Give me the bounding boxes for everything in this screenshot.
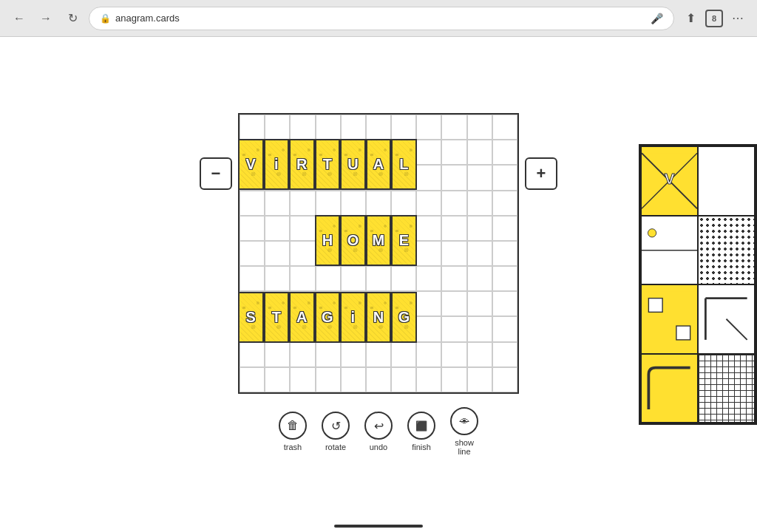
undo-icon: ↩ xyxy=(364,412,393,440)
grid-cell xyxy=(492,115,517,140)
tile-l: L xyxy=(391,139,417,190)
grid-cell xyxy=(366,342,391,367)
tab-count[interactable]: 8 xyxy=(705,10,723,27)
grid-cell xyxy=(441,216,466,241)
grid-cell xyxy=(492,241,517,266)
grid-cell xyxy=(441,342,466,367)
grid-cell xyxy=(391,115,416,140)
preview-svg-5 xyxy=(642,285,697,353)
svg-text:V: V xyxy=(665,170,675,187)
grid-cell xyxy=(441,115,466,140)
trash-label: trash xyxy=(284,443,302,451)
tile-g: G xyxy=(315,292,341,343)
preview-cell-3 xyxy=(641,216,698,285)
toolbar: 🗑 trash ↺ rotate ↩ undo ⬛ finish 👁 showl… xyxy=(279,407,478,456)
menu-button[interactable]: ⋯ xyxy=(727,8,748,29)
grid-cell xyxy=(391,191,416,216)
svg-rect-8 xyxy=(648,299,662,313)
grid-cell xyxy=(341,191,366,216)
tile-t2: T xyxy=(264,292,290,343)
mic-button[interactable]: 🎤 xyxy=(651,13,663,24)
rotate-tool[interactable]: ↺ rotate xyxy=(322,412,350,451)
grid-cell xyxy=(492,367,517,392)
preview-svg-7 xyxy=(642,355,697,423)
grid-cell xyxy=(441,191,466,216)
preview-cell-5 xyxy=(641,284,698,354)
refresh-button[interactable]: ↻ xyxy=(62,8,83,29)
main-content: − V i R T U A L H xyxy=(0,37,757,532)
trash-icon: 🗑 xyxy=(279,412,307,440)
grid-cell xyxy=(366,191,391,216)
grid-cell xyxy=(265,342,290,367)
address-bar[interactable]: 🔒 anagram.cards 🎤 xyxy=(89,7,674,30)
grid-cell xyxy=(416,342,441,367)
tile-o: O xyxy=(340,215,366,266)
grid-cell xyxy=(441,367,466,392)
grid-cell xyxy=(391,342,416,367)
forward-button[interactable]: → xyxy=(35,8,56,29)
svg-rect-9 xyxy=(676,326,690,340)
show-line-icon: 👁 xyxy=(450,407,478,435)
preview-cell-7 xyxy=(641,354,698,423)
grid-cell xyxy=(416,266,441,291)
tile-v: V xyxy=(238,139,264,190)
browser-toolbar-right: ⬆ 8 ⋯ xyxy=(680,8,748,29)
tile-i2: i xyxy=(340,292,366,343)
grid-cell xyxy=(316,191,341,216)
share-button[interactable]: ⬆ xyxy=(680,8,701,29)
tile-e: E xyxy=(391,215,417,266)
grid-cell xyxy=(316,266,341,291)
tile-a2: A xyxy=(289,292,315,343)
show-line-label: showline xyxy=(455,438,474,456)
preview-svg-3 xyxy=(642,216,697,284)
word-home: H O M E xyxy=(315,215,417,266)
grid-cell xyxy=(391,266,416,291)
grid-cell xyxy=(341,115,366,140)
grid-cell xyxy=(467,216,492,241)
grid-cell xyxy=(240,367,265,392)
tile-m: M xyxy=(366,215,392,266)
grid-cell xyxy=(240,241,265,266)
grid-cell xyxy=(265,266,290,291)
grid-cell xyxy=(265,367,290,392)
tile-r: R xyxy=(289,139,315,190)
preview-cell-4 xyxy=(698,216,755,285)
grid-cell xyxy=(316,367,341,392)
grid-cell xyxy=(265,216,290,241)
grid-cell xyxy=(467,191,492,216)
tile-t: T xyxy=(315,139,341,190)
svg-point-5 xyxy=(648,228,656,236)
back-button[interactable]: ← xyxy=(9,8,30,29)
grid-wrapper: V i R T U A L H O M E S xyxy=(238,113,519,394)
finish-icon: ⬛ xyxy=(407,412,435,440)
undo-tool[interactable]: ↩ undo xyxy=(364,412,393,451)
grid-cell xyxy=(265,115,290,140)
grid-cell xyxy=(467,266,492,291)
zoom-in-button[interactable]: + xyxy=(525,157,557,190)
grid-cell xyxy=(467,115,492,140)
home-indicator xyxy=(334,525,423,528)
grid-cell xyxy=(290,367,315,392)
grid-cell xyxy=(240,342,265,367)
zoom-out-button[interactable]: − xyxy=(200,157,232,190)
browser-chrome: ← → ↻ 🔒 anagram.cards 🎤 ⬆ 8 ⋯ xyxy=(0,0,757,37)
grid-cell xyxy=(290,191,315,216)
grid-cell xyxy=(290,266,315,291)
grid-cell xyxy=(391,367,416,392)
rotate-icon: ↺ xyxy=(322,412,350,440)
trash-tool[interactable]: 🗑 trash xyxy=(279,412,307,451)
grid-cell xyxy=(240,216,265,241)
tile-s: S xyxy=(238,292,264,343)
lock-icon: 🔒 xyxy=(100,13,111,24)
grid-cell xyxy=(240,191,265,216)
grid-cell xyxy=(316,115,341,140)
word-virtual: V i R T U A L xyxy=(238,139,519,190)
undo-label: undo xyxy=(370,443,387,451)
grid-cell xyxy=(416,216,441,241)
finish-tool[interactable]: ⬛ finish xyxy=(407,412,435,451)
grid-cell xyxy=(290,241,315,266)
grid-cell xyxy=(341,367,366,392)
show-line-tool[interactable]: 👁 showline xyxy=(450,407,478,456)
grid-cell xyxy=(467,367,492,392)
url-text: anagram.cards xyxy=(115,13,646,24)
